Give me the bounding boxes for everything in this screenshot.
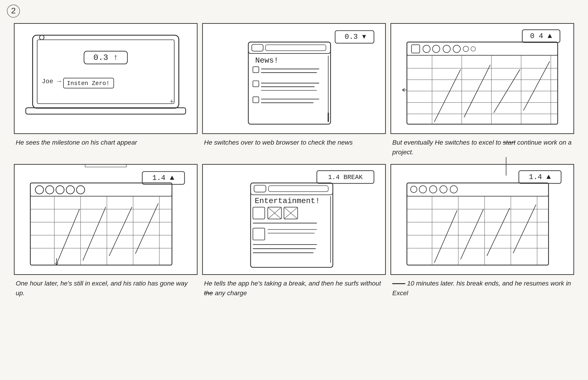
svg-rect-91 bbox=[253, 207, 265, 219]
svg-text:0.3 ↑: 0.3 ↑ bbox=[93, 53, 118, 62]
svg-rect-15 bbox=[266, 45, 326, 51]
storyboard-cell-5: 1.4 BREAK Entertainment! bbox=[202, 164, 386, 298]
svg-rect-31 bbox=[407, 42, 558, 124]
svg-rect-89 bbox=[268, 186, 328, 192]
svg-line-78 bbox=[83, 207, 106, 261]
page: 2 0.3 ↑ Joe → bbox=[0, 0, 588, 380]
svg-point-110 bbox=[411, 186, 417, 193]
new-screen-label: new screen bbox=[85, 164, 126, 167]
frame-3: 0 4 ▲ bbox=[390, 23, 574, 134]
svg-point-63 bbox=[45, 186, 54, 194]
caption-1: He sees the milestone on his chart appea… bbox=[14, 138, 198, 147]
svg-line-80 bbox=[135, 204, 158, 254]
storyboard-cell-6: 1.4 ▲ bbox=[390, 164, 574, 298]
svg-rect-0 bbox=[33, 35, 179, 108]
svg-rect-108 bbox=[407, 183, 548, 265]
caption-4: One hour later, he's still in excel, and… bbox=[14, 279, 198, 298]
storyboard-cell-3: 0 4 ▲ bbox=[390, 23, 574, 157]
svg-rect-33 bbox=[412, 45, 420, 53]
svg-rect-14 bbox=[252, 44, 263, 51]
svg-point-65 bbox=[66, 186, 74, 194]
svg-rect-99 bbox=[253, 228, 265, 240]
svg-point-111 bbox=[419, 186, 426, 193]
frame-6: 1.4 ▲ bbox=[390, 164, 574, 275]
svg-text:1.4 ▲: 1.4 ▲ bbox=[152, 174, 174, 182]
svg-point-38 bbox=[463, 46, 469, 52]
page-number: 2 bbox=[7, 5, 20, 18]
storyboard-cell-2: 0.3 ▾ News! bbox=[202, 23, 386, 157]
svg-point-34 bbox=[423, 45, 430, 53]
svg-text:Entertainment!: Entertainment! bbox=[255, 197, 320, 205]
svg-rect-109 bbox=[407, 183, 548, 196]
frame-4: new screen 1.4 ▲ bbox=[14, 164, 198, 275]
svg-point-114 bbox=[450, 186, 458, 193]
svg-line-128 bbox=[513, 205, 536, 253]
svg-point-2 bbox=[40, 35, 44, 40]
svg-line-54 bbox=[524, 61, 550, 110]
svg-rect-13 bbox=[249, 42, 331, 53]
svg-text:0 4 ▲: 0 4 ▲ bbox=[530, 32, 552, 40]
new-screen-connector bbox=[506, 157, 506, 175]
svg-point-37 bbox=[453, 45, 461, 53]
svg-point-64 bbox=[56, 186, 64, 194]
svg-rect-32 bbox=[407, 42, 558, 55]
svg-rect-87 bbox=[251, 183, 333, 195]
caption-3: But eventually He switches to excel to s… bbox=[390, 138, 574, 157]
caption-6: —— 10 minutes later. his break ends, and… bbox=[390, 279, 574, 298]
svg-line-79 bbox=[109, 207, 132, 256]
svg-point-113 bbox=[440, 186, 447, 193]
svg-line-77 bbox=[57, 209, 80, 264]
svg-point-35 bbox=[433, 45, 440, 53]
caption-5: He tells the app he's taking a break, an… bbox=[202, 279, 386, 298]
frame-5: 1.4 BREAK Entertainment! bbox=[202, 164, 386, 275]
svg-rect-17 bbox=[253, 67, 259, 73]
svg-text:Insten Zero!: Insten Zero! bbox=[67, 80, 110, 87]
storyboard-grid: 0.3 ↑ Joe → Insten Zero! + He sees the m… bbox=[14, 23, 574, 305]
svg-rect-61 bbox=[30, 183, 172, 196]
svg-line-127 bbox=[487, 208, 510, 256]
caption-2: He switches over to web browser to check… bbox=[202, 138, 386, 147]
storyboard-cell-1: 0.3 ↑ Joe → Insten Zero! + He sees the m… bbox=[14, 23, 198, 157]
svg-rect-60 bbox=[30, 183, 172, 265]
svg-rect-86 bbox=[251, 183, 333, 267]
svg-line-126 bbox=[461, 209, 483, 259]
svg-text:0.3 ▾: 0.3 ▾ bbox=[345, 33, 366, 41]
frame-1: 0.3 ↑ Joe → Insten Zero! + bbox=[14, 23, 198, 134]
svg-text:+: + bbox=[170, 98, 174, 106]
svg-text:News!: News! bbox=[255, 56, 278, 65]
svg-line-125 bbox=[434, 210, 457, 263]
svg-point-66 bbox=[77, 186, 85, 194]
svg-rect-3 bbox=[26, 108, 186, 114]
svg-point-112 bbox=[430, 186, 437, 193]
svg-rect-24 bbox=[253, 97, 259, 103]
storyboard-cell-4: new screen 1.4 ▲ bbox=[14, 164, 198, 298]
svg-rect-1 bbox=[37, 40, 174, 104]
svg-point-62 bbox=[35, 186, 44, 194]
frame-2: 0.3 ▾ News! bbox=[202, 23, 386, 134]
svg-text:Joe →: Joe → bbox=[42, 78, 61, 85]
svg-text:1.4 BREAK: 1.4 BREAK bbox=[328, 174, 363, 181]
svg-rect-88 bbox=[254, 185, 266, 192]
svg-point-36 bbox=[443, 45, 450, 53]
svg-text:1.4 ▲: 1.4 ▲ bbox=[529, 173, 551, 181]
svg-point-39 bbox=[471, 47, 476, 51]
svg-rect-20 bbox=[253, 81, 259, 87]
